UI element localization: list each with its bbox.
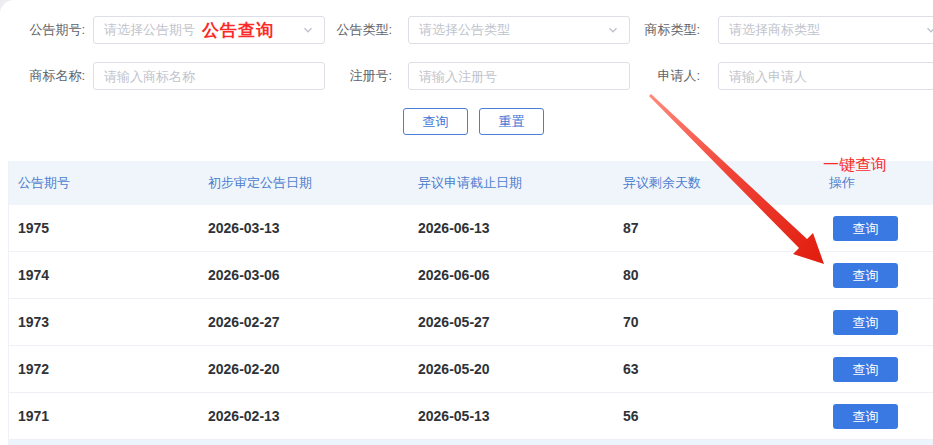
cell-deadline: 2026-06-13 — [418, 205, 490, 252]
row-query-button[interactable]: 查询 — [833, 310, 898, 335]
table-row: 1972 2026-02-20 2026-05-20 63 查询 — [9, 346, 933, 393]
chevron-down-icon — [302, 24, 314, 36]
chevron-down-icon — [607, 24, 619, 36]
annotation-one-click: 一键查询 — [823, 155, 887, 176]
content-panel: 公告期号: 请选择公告期号 公告类型: 请选择公告类型 商标类型: 请选择商标类… — [0, 0, 933, 445]
registration-number-input[interactable] — [408, 62, 630, 90]
header-pub-date: 初步审定公告日期 — [208, 161, 312, 205]
trademark-name-label: 商标名称: — [10, 62, 85, 90]
cell-days-left: 70 — [623, 299, 639, 346]
cell-deadline: 2026-05-27 — [418, 299, 490, 346]
trademark-type-placeholder: 请选择商标类型 — [729, 21, 820, 39]
reset-button[interactable]: 重置 — [479, 108, 544, 135]
row-query-button[interactable]: 查询 — [833, 404, 898, 429]
applicant-label: 申请人: — [625, 62, 700, 90]
row-query-button[interactable]: 查询 — [833, 216, 898, 241]
cell-days-left: 87 — [623, 205, 639, 252]
cell-issue-number: 1975 — [18, 205, 49, 252]
announcement-type-label: 公告类型: — [317, 16, 392, 44]
registration-number-label: 注册号: — [317, 62, 392, 90]
cell-issue-number: 1974 — [18, 252, 49, 299]
table-header-row: 公告期号 初步审定公告日期 异议申请截止日期 异议剩余天数 操作 — [9, 161, 933, 205]
cell-pub-date: 2026-03-06 — [208, 252, 280, 299]
issue-number-label: 公告期号: — [10, 16, 85, 44]
announcement-table: 公告期号 初步审定公告日期 异议申请截止日期 异议剩余天数 操作 1975 20… — [8, 161, 933, 440]
trademark-type-label: 商标类型: — [625, 16, 700, 44]
cell-pub-date: 2026-02-27 — [208, 299, 280, 346]
announcement-type-placeholder: 请选择公告类型 — [419, 21, 510, 39]
trademark-name-input[interactable] — [93, 62, 325, 90]
table-row: 1971 2026-02-13 2026-05-13 56 查询 — [9, 393, 933, 440]
trademark-type-select[interactable]: 请选择商标类型 — [718, 16, 933, 44]
cell-days-left: 80 — [623, 252, 639, 299]
header-issue-number: 公告期号 — [18, 161, 70, 205]
chevron-down-icon — [925, 24, 933, 36]
cell-pub-date: 2026-02-13 — [208, 393, 280, 440]
row-query-button[interactable]: 查询 — [833, 357, 898, 382]
header-days-left: 异议剩余天数 — [623, 161, 701, 205]
cell-days-left: 63 — [623, 346, 639, 393]
cell-deadline: 2026-05-13 — [418, 393, 490, 440]
cell-days-left: 56 — [623, 393, 639, 440]
cell-issue-number: 1971 — [18, 393, 49, 440]
table-row: 1973 2026-02-27 2026-05-27 70 查询 — [9, 299, 933, 346]
table-row: 1975 2026-03-13 2026-06-13 87 查询 — [9, 205, 933, 252]
cell-issue-number: 1973 — [18, 299, 49, 346]
cell-issue-number: 1972 — [18, 346, 49, 393]
cell-pub-date: 2026-02-20 — [208, 346, 280, 393]
annotation-title: 公告查询 — [202, 19, 274, 42]
search-button[interactable]: 查询 — [403, 108, 468, 135]
cell-deadline: 2026-05-20 — [418, 346, 490, 393]
applicant-input[interactable] — [718, 62, 933, 90]
table-row: 1974 2026-03-06 2026-06-06 80 查询 — [9, 252, 933, 299]
table-body: 1975 2026-03-13 2026-06-13 87 查询 1974 20… — [9, 205, 933, 440]
header-deadline: 异议申请截止日期 — [418, 161, 522, 205]
issue-number-placeholder: 请选择公告期号 — [104, 21, 195, 39]
next-section-band — [8, 440, 933, 445]
cell-deadline: 2026-06-06 — [418, 252, 490, 299]
announcement-type-select[interactable]: 请选择公告类型 — [408, 16, 630, 44]
cell-pub-date: 2026-03-13 — [208, 205, 280, 252]
row-query-button[interactable]: 查询 — [833, 263, 898, 288]
